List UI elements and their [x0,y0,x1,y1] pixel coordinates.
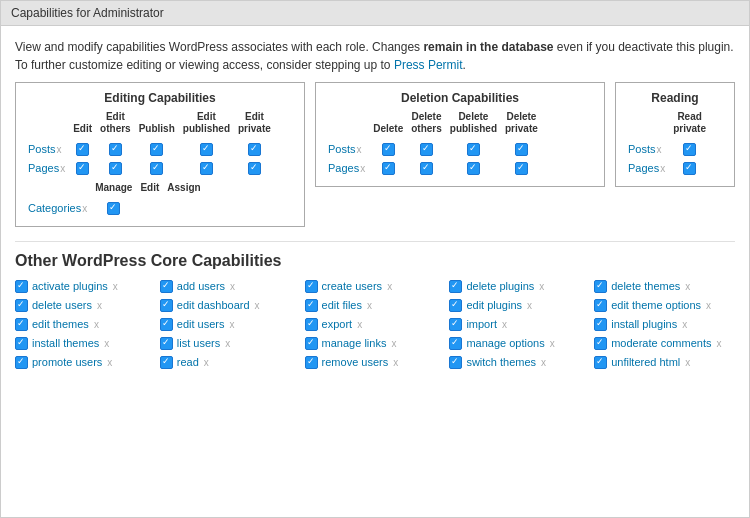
cap-name-link[interactable]: install plugins [611,318,677,330]
cap-name-link[interactable]: read [177,356,199,368]
cap-remove[interactable]: x [104,338,109,349]
cap-remove[interactable]: x [230,281,235,292]
del-pages-remove[interactable]: x [360,163,365,174]
cap-checkbox[interactable] [449,318,462,331]
cap-name-link[interactable]: create users [322,280,383,292]
cap-name-link[interactable]: edit dashboard [177,299,250,311]
del-posts-private-cb[interactable] [515,143,528,156]
del-pages-published-cb[interactable] [467,162,480,175]
cap-name-link[interactable]: delete plugins [466,280,534,292]
cap-checkbox[interactable] [594,318,607,331]
cap-checkbox[interactable] [15,318,28,331]
cap-checkbox[interactable] [160,356,173,369]
cap-checkbox[interactable] [15,299,28,312]
posts-remove[interactable]: x [57,144,62,155]
cap-checkbox[interactable] [305,337,318,350]
pages-edit-cb[interactable] [76,162,89,175]
cap-checkbox[interactable] [305,318,318,331]
categories-manage-cb[interactable] [107,202,120,215]
cap-checkbox[interactable] [160,318,173,331]
del-posts-others-cb[interactable] [420,143,433,156]
cap-remove[interactable]: x [716,338,721,349]
cap-name-link[interactable]: edit files [322,299,362,311]
cap-name-link[interactable]: moderate comments [611,337,711,349]
cap-remove[interactable]: x [682,319,687,330]
del-posts-remove[interactable]: x [357,144,362,155]
cap-name-link[interactable]: unfiltered html [611,356,680,368]
pages-remove[interactable]: x [60,163,65,174]
cap-remove[interactable]: x [527,300,532,311]
pages-publish-cb[interactable] [150,162,163,175]
cap-remove[interactable]: x [541,357,546,368]
cap-remove[interactable]: x [255,300,260,311]
cap-name-link[interactable]: edit plugins [466,299,522,311]
cap-remove[interactable]: x [685,357,690,368]
cap-name-link[interactable]: list users [177,337,220,349]
cap-remove[interactable]: x [204,357,209,368]
cap-checkbox[interactable] [449,299,462,312]
cap-name-link[interactable]: add users [177,280,225,292]
del-posts-delete-cb[interactable] [382,143,395,156]
cap-name-link[interactable]: import [466,318,497,330]
read-posts-link[interactable]: Posts [628,143,656,155]
cap-name-link[interactable]: edit users [177,318,225,330]
pages-edit-others-cb[interactable] [109,162,122,175]
cap-checkbox[interactable] [15,337,28,350]
cap-checkbox[interactable] [594,356,607,369]
cap-checkbox[interactable] [160,299,173,312]
del-posts-published-cb[interactable] [467,143,480,156]
categories-link[interactable]: Categories [28,202,81,214]
cap-remove[interactable]: x [113,281,118,292]
cap-remove[interactable]: x [539,281,544,292]
del-pages-delete-cb[interactable] [382,162,395,175]
cap-checkbox[interactable] [15,356,28,369]
cap-remove[interactable]: x [225,338,230,349]
cap-remove[interactable]: x [685,281,690,292]
cap-name-link[interactable]: delete users [32,299,92,311]
cap-remove[interactable]: x [367,300,372,311]
cap-name-link[interactable]: edit themes [32,318,89,330]
posts-edit-private-cb[interactable] [248,143,261,156]
cap-name-link[interactable]: promote users [32,356,102,368]
cap-remove[interactable]: x [357,319,362,330]
cap-checkbox[interactable] [449,280,462,293]
cap-checkbox[interactable] [15,280,28,293]
cap-remove[interactable]: x [387,281,392,292]
cap-remove[interactable]: x [230,319,235,330]
cap-remove[interactable]: x [550,338,555,349]
cap-name-link[interactable]: manage options [466,337,544,349]
posts-edit-others-cb[interactable] [109,143,122,156]
del-pages-others-cb[interactable] [420,162,433,175]
cap-remove[interactable]: x [502,319,507,330]
cap-checkbox[interactable] [449,337,462,350]
read-pages-private-cb[interactable] [683,162,696,175]
cap-checkbox[interactable] [449,356,462,369]
press-permit-link[interactable]: Press Permit [394,58,463,72]
posts-edit-published-cb[interactable] [200,143,213,156]
categories-remove[interactable]: x [82,203,87,214]
del-pages-private-cb[interactable] [515,162,528,175]
cap-checkbox[interactable] [305,356,318,369]
cap-name-link[interactable]: delete themes [611,280,680,292]
del-pages-link[interactable]: Pages [328,162,359,174]
cap-remove[interactable]: x [391,338,396,349]
cap-name-link[interactable]: manage links [322,337,387,349]
cap-name-link[interactable]: switch themes [466,356,536,368]
cap-checkbox[interactable] [594,299,607,312]
posts-edit-cb[interactable] [76,143,89,156]
cap-name-link[interactable]: remove users [322,356,389,368]
cap-checkbox[interactable] [305,280,318,293]
cap-remove[interactable]: x [94,319,99,330]
cap-name-link[interactable]: edit theme options [611,299,701,311]
read-pages-link[interactable]: Pages [628,162,659,174]
cap-remove[interactable]: x [97,300,102,311]
cap-checkbox[interactable] [594,280,607,293]
read-pages-remove[interactable]: x [660,163,665,174]
del-posts-link[interactable]: Posts [328,143,356,155]
cap-checkbox[interactable] [160,280,173,293]
cap-remove[interactable]: x [706,300,711,311]
read-posts-remove[interactable]: x [657,144,662,155]
pages-link[interactable]: Pages [28,162,59,174]
pages-edit-private-cb[interactable] [248,162,261,175]
cap-remove[interactable]: x [107,357,112,368]
